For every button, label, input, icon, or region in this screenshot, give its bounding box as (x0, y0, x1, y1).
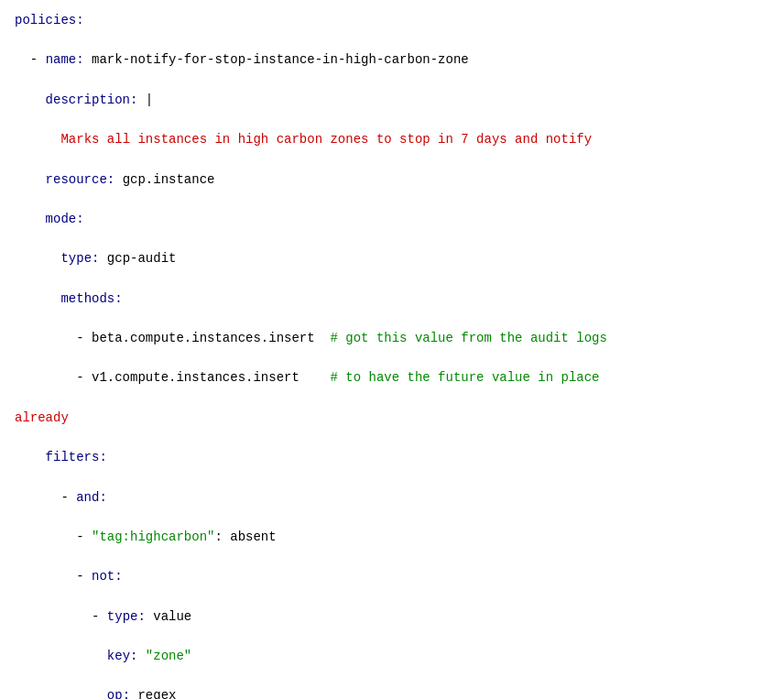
dash-1: - (30, 52, 46, 67)
line-5: resource: gcp.instance (15, 170, 769, 191)
line-3: description: | (15, 91, 769, 111)
line-10: - v1.compute.instances.insert # to have … (15, 368, 769, 388)
key-filters: filters: (46, 450, 107, 464)
key-desc: description: (46, 93, 138, 107)
comment-2: # to have the future value in place (330, 370, 599, 385)
line-17: key: "zone" (15, 647, 769, 667)
key-and: and: (76, 490, 107, 505)
key-type-filter: type: (107, 609, 146, 624)
key-policies: policies: (15, 13, 84, 27)
key-resource: resource: (46, 172, 115, 187)
val-desc-pipe: | (146, 93, 153, 107)
line-18: op: regex (15, 686, 769, 699)
code-editor: policies: - name: mark-notify-for-stop-i… (15, 11, 769, 699)
key-methods: methods: (60, 291, 122, 306)
val-method-1: beta.compute.instances.insert (92, 331, 315, 345)
line-11: already (15, 409, 769, 429)
val-resource: gcp.instance (123, 172, 215, 187)
comment-1: # got this value from the audit logs (330, 331, 606, 345)
line-16: - type: value (15, 607, 769, 628)
val-already: already (15, 410, 69, 425)
line-4: Marks all instances in high carbon zones… (15, 130, 769, 150)
val-tag-highcarbon-key: "tag:highcarbon" (92, 530, 214, 544)
line-15: - not: (15, 567, 769, 587)
line-9: - beta.compute.instances.insert # got th… (15, 329, 769, 349)
val-desc-text: Marks all instances in high carbon zones… (60, 132, 592, 147)
key-mode: mode: (46, 212, 84, 226)
val-name: mark-notify-for-stop-instance-in-high-ca… (92, 52, 469, 67)
val-tag-highcarbon-val: absent (230, 530, 276, 544)
key-not: not: (92, 569, 123, 584)
line-14: - "tag:highcarbon": absent (15, 528, 769, 548)
val-type-mode: gcp-audit (107, 251, 177, 266)
key-op: op: (107, 688, 130, 699)
key-name: name: (46, 52, 84, 67)
val-key: "zone" (146, 649, 191, 663)
line-8: methods: (15, 289, 769, 310)
line-6: mode: (15, 210, 769, 230)
val-method-2: v1.compute.instances.insert (92, 370, 299, 385)
line-12: filters: (15, 448, 769, 468)
line-7: type: gcp-audit (15, 249, 769, 269)
val-tag-highcarbon-colon: : (214, 530, 222, 544)
line-1: policies: (15, 11, 769, 31)
key-key: key: (107, 649, 138, 663)
key-type-mode: type: (60, 251, 99, 266)
line-13: - and: (15, 488, 769, 508)
val-type-filter: value (153, 609, 191, 624)
val-op: regex (137, 688, 176, 699)
line-2: - name: mark-notify-for-stop-instance-in… (15, 50, 769, 71)
